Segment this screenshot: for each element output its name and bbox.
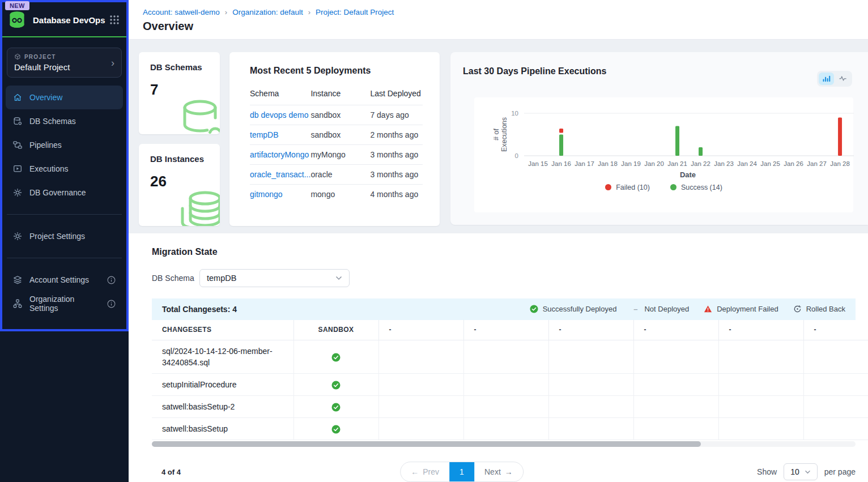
changesets-column-header: - (463, 320, 548, 340)
empty-cell (463, 396, 548, 418)
sandbox-status-cell (293, 374, 378, 396)
legend-label: Failed (10) (616, 184, 650, 191)
check-circle-icon (331, 380, 341, 389)
horizontal-scrollbar-thumb[interactable] (152, 441, 701, 447)
schema-link[interactable]: tempDB (250, 130, 279, 139)
sidebar-item-label: Pipelines (29, 140, 62, 150)
svg-text:Jan 18: Jan 18 (598, 160, 618, 167)
empty-cell (378, 396, 463, 418)
sandbox-status-cell (293, 340, 378, 374)
sidebar-secondary-nav: Project Settings (0, 224, 129, 248)
deployments-column-header: Last Deployed (370, 83, 423, 105)
recent-deployments-card: Most Recent 5 Deployments SchemaInstance… (229, 52, 440, 226)
chart-legend-item-success[interactable]: Success (14) (670, 184, 722, 191)
sidebar-item-label: DB Schemas (29, 117, 76, 126)
schema-link[interactable]: oracle_transact... (250, 170, 310, 179)
sidebar-tertiary-nav: Account SettingsOrganization Settings (0, 268, 129, 315)
current-page-button[interactable]: 1 (449, 462, 474, 482)
sidebar-main-nav: OverviewDB SchemasPipelinesExecutionsDB … (0, 86, 129, 204)
breadcrumb-separator-icon: › (225, 8, 227, 16)
horizontal-scrollbar-track[interactable] (152, 441, 856, 447)
sidebar-item-label: Executions (29, 164, 68, 173)
prev-page-button[interactable]: ←Prev (401, 462, 449, 482)
empty-cell (548, 374, 633, 396)
empty-cell (633, 396, 718, 418)
sidebar-item-project-settings[interactable]: Project Settings (6, 224, 123, 248)
changesets-column-header: SANDBOX (293, 320, 378, 340)
status-legend-item: Rolled Back (793, 305, 845, 313)
empty-cell (463, 340, 548, 374)
play-box-icon (12, 164, 23, 174)
instance-cell: oracle (310, 164, 370, 184)
sidebar-item-label: DB Governance (29, 188, 86, 197)
sidebar-item-db-governance[interactable]: DB Governance (6, 181, 123, 204)
project-selector[interactable]: PROJECT Default Project › (7, 48, 122, 78)
chart-legend: Failed (10)Success (14) (474, 184, 853, 191)
sandbox-status-cell (293, 418, 378, 440)
deployment-row: tempDBsandbox2 months ago (250, 125, 423, 144)
changeset-name-cell: satwell:basisSetup (152, 418, 293, 440)
chart-type-toggle (817, 71, 852, 87)
status-legend-label: Not Deployed (644, 305, 689, 313)
sidebar-item-organization-settings[interactable]: Organization Settings (6, 292, 123, 315)
rollback-icon (793, 305, 802, 313)
database-stack-icon (177, 191, 220, 226)
svg-text:Jan 24: Jan 24 (737, 160, 757, 167)
line-chart-icon[interactable] (835, 72, 850, 85)
changesets-header-bar: Total Changesets: 4 Successfully Deploye… (152, 298, 856, 320)
breadcrumb-separator-icon: › (308, 8, 310, 16)
project-label: PROJECT (24, 54, 56, 60)
empty-cell (378, 418, 463, 440)
changeset-row: satwell:basisSetup-2 (152, 396, 868, 418)
page-size-select[interactable]: 10 (784, 463, 818, 480)
last-deployed-cell: 4 months ago (370, 184, 423, 204)
empty-cell (463, 374, 548, 396)
breadcrumb-link[interactable]: Project: Default Project (316, 8, 394, 16)
page-title: Overview (143, 20, 868, 33)
info-icon[interactable] (107, 275, 116, 285)
changesets-column-header: - (633, 320, 718, 340)
arrow-right-icon: → (505, 467, 513, 476)
changesets-table: CHANGESETSSANDBOX------ sql/2024-10-14-1… (152, 320, 868, 441)
changeset-row: satwell:basisSetup (152, 418, 868, 440)
schema-link[interactable]: db devops demo (250, 110, 309, 120)
changeset-row: setupInitialProcedure (152, 374, 868, 396)
empty-cell (378, 340, 463, 374)
next-page-button[interactable]: Next→ (474, 462, 523, 482)
pipeline-executions-title: Last 30 Days Pipeline Executions (463, 66, 868, 76)
sidebar-item-label: Account Settings (29, 275, 89, 284)
schema-link[interactable]: artifactoryMongo (250, 150, 309, 159)
bar-chart-icon[interactable] (819, 72, 834, 85)
legend-dot-icon (605, 184, 611, 190)
info-icon[interactable] (107, 299, 116, 309)
svg-text:Jan 19: Jan 19 (621, 160, 641, 167)
status-legend-label: Rolled Back (806, 305, 845, 313)
sidebar-item-executions[interactable]: Executions (6, 157, 123, 181)
svg-text:Jan 15: Jan 15 (528, 160, 548, 167)
sidebar-item-db-schemas[interactable]: DB Schemas (6, 109, 123, 133)
breadcrumb-link[interactable]: Organization: default (232, 8, 303, 16)
db-schema-select[interactable]: tempDB (199, 269, 350, 287)
recent-deployments-title: Most Recent 5 Deployments (250, 66, 423, 76)
stat-value: 26 (150, 173, 220, 190)
deployments-column-header: Schema (250, 83, 310, 105)
app-switcher-grid-icon[interactable] (109, 15, 120, 25)
stat-value: 7 (150, 81, 220, 99)
page-header: Account: satwell-demo›Organization: defa… (129, 0, 868, 40)
last-deployed-cell: 7 days ago (370, 105, 423, 125)
stat-title: DB Instances (150, 154, 220, 164)
sidebar-item-pipelines[interactable]: Pipelines (6, 133, 123, 157)
empty-cell (463, 418, 548, 440)
pipeline-executions-panel: Last 30 Days Pipeline Executions 010# of… (450, 52, 868, 225)
status-legend-item: Successfully Deployed (530, 305, 617, 313)
breadcrumb-link[interactable]: Account: satwell-demo (143, 8, 220, 16)
schema-link[interactable]: gitmongo (250, 190, 283, 199)
changeset-name-cell: satwell:basisSetup-2 (152, 396, 293, 418)
sidebar-item-account-settings[interactable]: Account Settings (6, 268, 123, 292)
app-logo-icon (7, 10, 27, 30)
sidebar: NEW Database DevOps PROJECT Default (0, 0, 129, 482)
gear-icon (12, 187, 23, 198)
sidebar-item-overview[interactable]: Overview (6, 86, 123, 109)
instance-cell: sandbox (310, 105, 370, 125)
chart-legend-item-failed[interactable]: Failed (10) (605, 184, 650, 191)
